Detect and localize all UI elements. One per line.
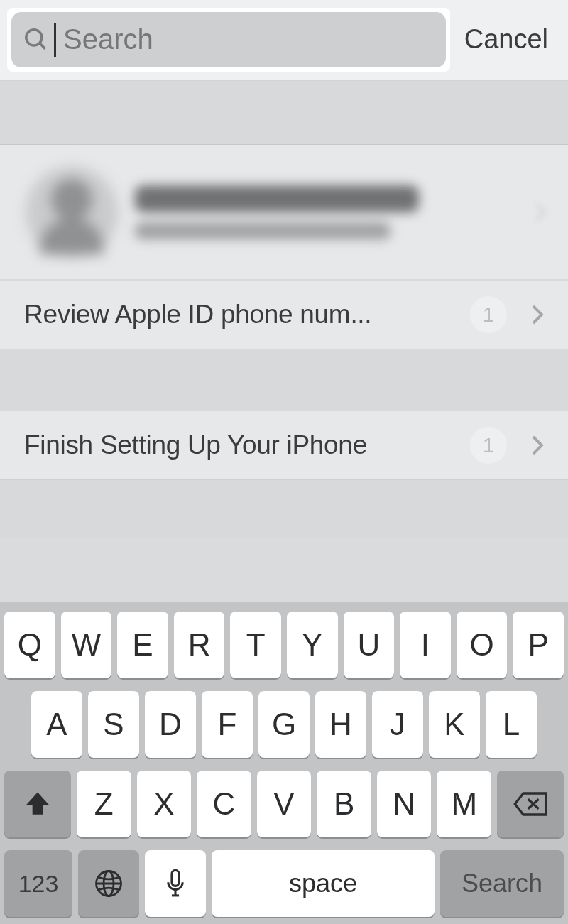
keyboard-row-3: Z X C V B N M — [4, 771, 564, 837]
profile-subtitle-redacted — [135, 222, 390, 239]
key-o[interactable]: O — [457, 612, 508, 678]
keyboard: Q W E R T Y U I O P A S D F G H J K L Z … — [0, 602, 568, 924]
mic-icon — [165, 868, 186, 899]
avatar — [26, 166, 118, 259]
review-apple-id-row[interactable]: Review Apple ID phone num... 1 — [0, 280, 568, 349]
shift-icon — [22, 788, 53, 820]
key-w[interactable]: W — [61, 612, 112, 678]
key-h[interactable]: H — [315, 691, 366, 758]
search-field-wrap: Search — [7, 8, 450, 72]
search-header: Search Cancel — [0, 0, 568, 81]
key-n[interactable]: N — [377, 771, 432, 837]
key-t[interactable]: T — [230, 612, 281, 678]
delete-icon — [513, 790, 548, 817]
globe-icon — [94, 869, 124, 898]
status-badge: 1 — [470, 296, 507, 333]
section-spacer — [0, 480, 568, 538]
key-p[interactable]: P — [513, 612, 564, 678]
finish-setup-row[interactable]: Finish Setting Up Your iPhone 1 — [0, 411, 568, 480]
key-b[interactable]: B — [317, 771, 371, 837]
key-dictation[interactable] — [145, 850, 206, 917]
key-d[interactable]: D — [145, 691, 196, 758]
key-y[interactable]: Y — [287, 612, 338, 678]
search-placeholder: Search — [63, 23, 153, 55]
key-numbers[interactable]: 123 — [4, 850, 72, 917]
key-s[interactable]: S — [88, 691, 139, 758]
keyboard-row-4: 123 space Search — [4, 850, 564, 917]
keyboard-row-1: Q W E R T Y U I O P — [4, 612, 564, 678]
chevron-right-icon — [531, 304, 544, 325]
key-j[interactable]: J — [372, 691, 423, 758]
search-input[interactable]: Search — [11, 12, 446, 67]
key-k[interactable]: K — [429, 691, 480, 758]
key-q[interactable]: Q — [4, 612, 55, 678]
key-search[interactable]: Search — [440, 850, 564, 917]
key-i[interactable]: I — [400, 612, 451, 678]
cancel-button[interactable]: Cancel — [464, 24, 561, 55]
svg-rect-7 — [172, 870, 179, 886]
key-f[interactable]: F — [202, 691, 253, 758]
key-g[interactable]: G — [258, 691, 310, 758]
key-x[interactable]: X — [137, 771, 192, 837]
text-cursor — [54, 23, 56, 57]
keyboard-row-2: A S D F G H J K L — [4, 691, 564, 758]
key-l[interactable]: L — [486, 691, 537, 758]
chevron-right-icon — [531, 435, 544, 456]
key-m[interactable]: M — [437, 771, 491, 837]
key-z[interactable]: Z — [77, 771, 131, 837]
svg-line-1 — [40, 43, 45, 48]
row-label: Review Apple ID phone num... — [24, 300, 456, 330]
key-r[interactable]: R — [174, 612, 225, 678]
section-spacer — [0, 349, 568, 411]
apple-id-profile-row[interactable] — [0, 145, 568, 280]
profile-text — [135, 185, 419, 239]
svg-point-0 — [26, 29, 42, 45]
key-delete[interactable] — [497, 771, 564, 837]
key-v[interactable]: V — [257, 771, 312, 837]
search-icon — [23, 26, 50, 53]
key-a[interactable]: A — [31, 691, 82, 758]
chevron-right-icon — [534, 202, 547, 223]
key-u[interactable]: U — [344, 612, 395, 678]
key-e[interactable]: E — [117, 612, 168, 678]
key-shift[interactable] — [4, 771, 71, 837]
profile-name-redacted — [135, 185, 419, 212]
key-globe[interactable] — [78, 850, 139, 917]
section-spacer — [0, 81, 568, 145]
status-badge: 1 — [470, 427, 507, 464]
key-space[interactable]: space — [212, 850, 435, 917]
row-label: Finish Setting Up Your iPhone — [24, 430, 456, 460]
key-c[interactable]: C — [197, 771, 251, 837]
